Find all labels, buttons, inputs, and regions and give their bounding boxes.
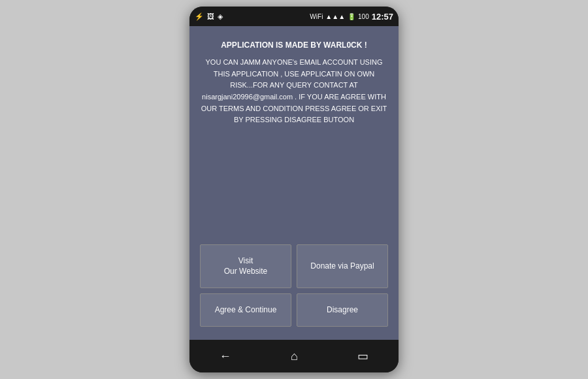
terms-text-block: APPLICATION IS MADE BY WARL0CK ! YOU CAN… <box>200 39 388 126</box>
status-left-icons: ⚡ 🖼 ◈ <box>195 12 223 21</box>
wifi-icon: WiFi <box>310 13 323 20</box>
back-button[interactable]: ← <box>220 350 231 363</box>
terms-body: YOU CAN JAMM ANYONE's EMAIL ACCOUNT USIN… <box>201 58 387 124</box>
home-button[interactable]: ⌂ <box>291 350 298 363</box>
recents-button[interactable]: ▭ <box>357 349 368 363</box>
signal-icon: ▲▲▲ <box>325 13 345 20</box>
app-screen: APPLICATION IS MADE BY WARL0CK ! YOU CAN… <box>189 26 399 340</box>
usb-icon: ⚡ <box>195 12 204 21</box>
disagree-button[interactable]: Disagree <box>297 293 388 327</box>
status-bar: ⚡ 🖼 ◈ WiFi ▲▲▲ 🔋 100 12:57 <box>189 7 399 26</box>
image-icon: 🖼 <box>207 12 214 20</box>
battery-icon: 🔋 <box>348 13 355 20</box>
agree-continue-button[interactable]: Agree & Continue <box>200 293 291 327</box>
app-title: APPLICATION IS MADE BY WARL0CK ! <box>200 39 388 52</box>
nav-bar: ← ⌂ ▭ <box>189 340 399 372</box>
android-icon: ◈ <box>218 12 223 21</box>
visit-website-button[interactable]: VisitOur Website <box>200 244 291 289</box>
battery-percent: 100 <box>358 13 369 20</box>
action-buttons-grid: VisitOur Website Donate via Paypal Agree… <box>200 244 388 327</box>
phone-frame: ⚡ 🖼 ◈ WiFi ▲▲▲ 🔋 100 12:57 APPLICATION I… <box>189 7 399 372</box>
clock: 12:57 <box>372 12 393 22</box>
status-right-info: WiFi ▲▲▲ 🔋 100 12:57 <box>310 12 393 22</box>
donate-paypal-button[interactable]: Donate via Paypal <box>297 244 388 289</box>
